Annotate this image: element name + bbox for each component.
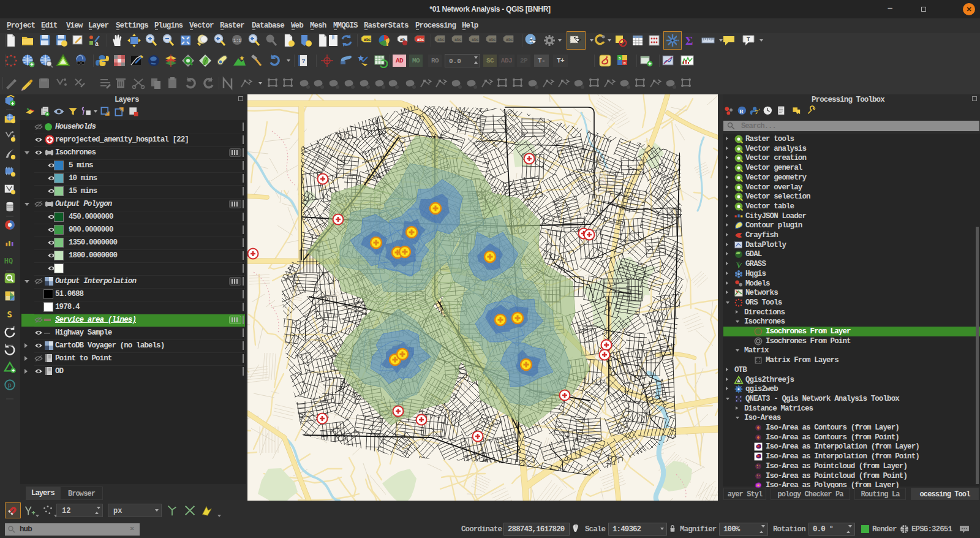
svg-text:S: S — [7, 309, 12, 319]
svg-text:p: p — [8, 382, 12, 388]
svg-text:abc: abc — [454, 38, 462, 42]
svg-text:?: ? — [302, 58, 306, 65]
svg-text:abc: abc — [506, 38, 513, 42]
svg-text:D: D — [624, 61, 626, 66]
svg-text:1:1: 1:1 — [233, 38, 241, 43]
svg-text:abc: abc — [472, 38, 479, 42]
svg-text:T: T — [747, 37, 750, 43]
svg-text:abc: abc — [364, 38, 371, 42]
svg-text:S: S — [619, 56, 621, 61]
svg-text:a: a — [95, 41, 99, 48]
svg-text:abc: abc — [437, 38, 445, 42]
svg-text:R: R — [739, 108, 744, 115]
svg-text:abc: abc — [417, 38, 424, 42]
svg-text:HQ: HQ — [4, 257, 13, 265]
svg-text:abc: abc — [489, 38, 496, 42]
svg-text:Σ: Σ — [685, 34, 693, 47]
